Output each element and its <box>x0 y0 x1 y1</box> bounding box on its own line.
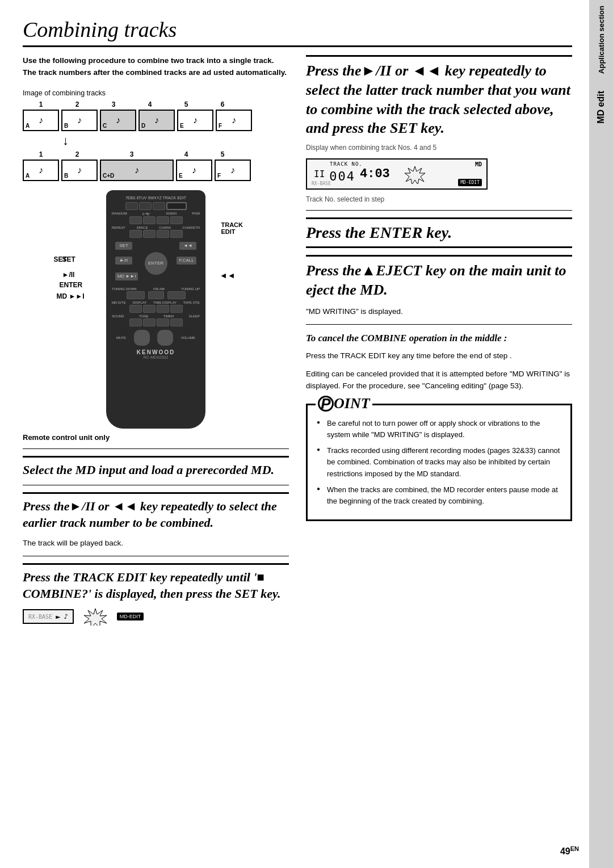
divider-2 <box>23 485 289 485</box>
track-num-3: 3 <box>95 100 132 108</box>
after-track-num-3: 3 <box>95 150 168 158</box>
display-box: II TRACK NO. MD 004 4:03 MD-EDIT RX-BASE <box>306 158 488 190</box>
cancel-body1: Press the TRACK EDIT key any time before… <box>306 350 572 362</box>
mini-display: RX-BASE ► ♪ <box>23 609 74 624</box>
after-track-e: ♪ E <box>176 160 212 181</box>
cancel-heading: To cancel the COMBINE operation in the m… <box>306 332 572 345</box>
divider-3 <box>23 556 289 556</box>
after-track-row: ♪ A ♪ B ♪ C+D ♪ E <box>23 160 289 181</box>
track-num-1: 1 <box>23 100 59 108</box>
mini-display-strip: RX-BASE ► ♪ MD-EDIT <box>23 607 289 626</box>
starburst-display <box>399 164 430 184</box>
sidebar-app-label: Application section <box>597 6 606 74</box>
starburst-svg <box>78 607 112 626</box>
divider-r2 <box>306 324 572 325</box>
page-number: 49EN <box>560 845 579 857</box>
after-track-f: ♪ F <box>215 160 251 181</box>
point-item-1: Be careful not to turn power off or appl… <box>317 418 561 441</box>
track-no-label: TRACK NO. <box>330 161 363 167</box>
step2-body: The track will be played back. <box>23 537 289 550</box>
after-track-num-1: 1 <box>23 150 59 158</box>
track-num-2: 2 <box>59 100 95 108</box>
label-md-display: MD ►►I <box>57 292 85 300</box>
rewind-label: ◄◄ <box>220 271 236 280</box>
step3-heading: Press the TRACK EDIT key repeatedly unti… <box>23 563 289 602</box>
label-set-display: SET <box>62 255 75 263</box>
md-edit-badge: MD-EDIT <box>458 179 482 186</box>
track-edit-label: TRACKEDIT <box>221 221 258 235</box>
remote-image: SET SET ►/II ENTER MD ►►I TRACKEDIT ◄◄ <box>94 190 219 429</box>
track-block-a: ♪ A <box>23 110 59 131</box>
divider-r1 <box>306 210 572 211</box>
point-item-3: When the tracks are combined, the MD rec… <box>317 484 561 507</box>
track-block-d: ♪ D <box>138 110 175 131</box>
cancel-section: To cancel the COMBINE operation in the m… <box>306 332 572 392</box>
rx-base-display: RX-BASE <box>312 181 331 186</box>
point-item-2: Tracks recorded using different recordin… <box>317 445 561 479</box>
label-enter-display: ENTER <box>60 281 83 289</box>
track-block-b: ♪ B <box>61 110 98 131</box>
track-diagram: Image of combining tracks 1 2 3 4 5 6 ♪ <box>23 89 289 181</box>
label-play-display: ►/II <box>62 271 75 279</box>
after-track-cd: ♪ C+D <box>100 160 174 181</box>
point-header: POINT <box>316 395 372 412</box>
remote-section: SET SET ►/II ENTER MD ►►I TRACKEDIT ◄◄ <box>23 190 289 429</box>
display-label: Display when combining track Nos. 4 and … <box>306 144 572 152</box>
page-num-value: 49 <box>560 846 570 856</box>
intro-text: Use the following procedure to combine t… <box>23 55 289 79</box>
before-track-row: ♪ A ♪ B ♪ C ♪ D <box>23 110 289 131</box>
step1-heading: Select the MD input and load a prerecord… <box>23 456 289 479</box>
kenwood-logo: KENWOOD <box>111 349 201 355</box>
pause-icon: II <box>314 169 325 179</box>
remote-body: 7EBS 8TUV 9WXYZ TRACK EDIT RANDOM0.℃°0≡/… <box>106 190 205 429</box>
after-track-num-4: 4 <box>168 150 204 158</box>
after-track-b: ♪ B <box>61 160 98 181</box>
md-edit-mini: MD-EDIT <box>117 613 144 620</box>
point-list: Be careful not to turn power off or appl… <box>317 418 561 507</box>
remote-caption: Remote control unit only <box>23 433 289 442</box>
sidebar-md-label: MD edit <box>596 91 606 124</box>
track-block-f: ♪ F <box>216 110 252 131</box>
eject-heading: Press the▲EJECT key on the main unit to … <box>306 255 572 300</box>
diagram-label: Image of combining tracks <box>23 89 289 97</box>
divider-1 <box>23 448 289 449</box>
after-track-a: ♪ A <box>23 160 59 181</box>
point-section: POINT Be careful not to turn power off o… <box>306 404 572 521</box>
after-track-num-2: 2 <box>59 150 95 158</box>
point-p-letter: P <box>318 396 334 412</box>
remote-model: RC-MDX0302 <box>111 355 201 359</box>
time-value: 4:03 <box>360 167 390 181</box>
track-value: 004 <box>329 169 355 183</box>
track-num-5: 5 <box>168 100 204 108</box>
track-block-e: ♪ E <box>177 110 213 131</box>
track-num-4: 4 <box>132 100 168 108</box>
cancel-body2: Editing can be canceled provided that it… <box>306 368 572 392</box>
combine-arrow: ↓ <box>62 133 289 148</box>
md-writing-text: "MD WRITING" is displayed. <box>306 305 572 318</box>
track-num-6: 6 <box>204 100 241 108</box>
md-label-display: MD <box>475 161 482 167</box>
point-oint: OINT <box>334 395 370 412</box>
track-block-c: ♪ C <box>100 110 136 131</box>
page-num-suffix: EN <box>570 845 579 852</box>
press-enter-heading: Press the ENTER key. <box>306 217 572 248</box>
page-title: Combining tracks <box>23 17 572 47</box>
display-caption: Track No. selected in step <box>306 195 572 203</box>
right-sidebar: Application section MD edit <box>589 0 613 868</box>
step2-heading: Press the►/II or ◄◄ key repeatedly to se… <box>23 492 289 531</box>
after-track-num-5: 5 <box>204 150 241 158</box>
point-title: POINT <box>318 395 370 412</box>
right-step-top-heading: Press the►/II or ◄◄ key repeatedly to se… <box>306 55 572 138</box>
